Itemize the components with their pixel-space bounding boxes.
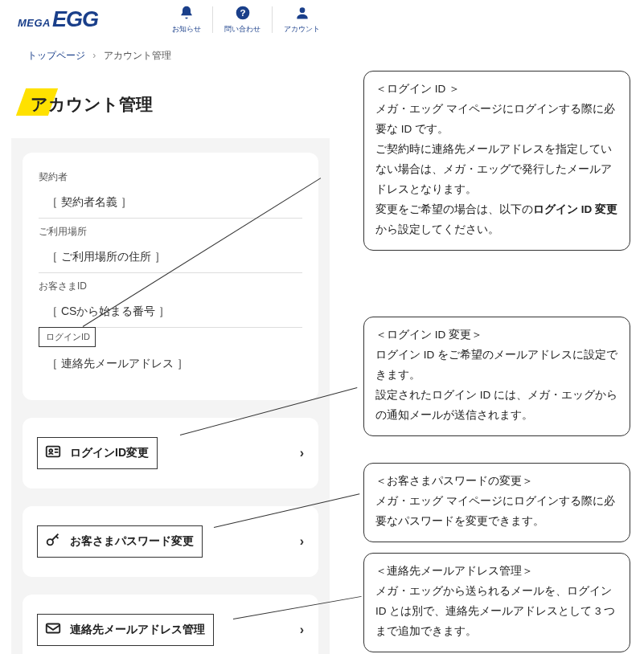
menu-password-change-box: お客さまパスワード変更 <box>37 525 203 558</box>
chevron-right-icon: › <box>300 623 304 637</box>
callout-login-id-line2: ご契約時に連絡先メールアドレスを指定していない場合は、メガ・エッグで発行したメー… <box>375 143 612 195</box>
menu-password-change-label: お客さまパスワード変更 <box>70 534 194 549</box>
menu-login-id-change-label: ログインID変更 <box>70 446 149 460</box>
key-icon <box>44 531 62 552</box>
customer-id-label: お客さまID <box>39 280 302 293</box>
svg-text:?: ? <box>240 7 245 18</box>
logo-mega-text: MEGA <box>18 17 51 29</box>
header: MEGA EGG お知らせ ? 問い合わせ アカウ <box>11 0 330 38</box>
callout-password-title: ＜お客さまパスワードの変更＞ <box>375 472 618 492</box>
mail-icon <box>44 619 62 640</box>
account-icon <box>294 5 310 22</box>
callout-password: ＜お客さまパスワードの変更＞ メガ・エッグ マイページにログインする際に必要なパ… <box>363 463 630 542</box>
customer-id-value: ［ CSから始まる番号 ］ <box>39 296 302 328</box>
logo-egg-text: EGG <box>52 7 98 32</box>
callout-login-id-line3b: ログイン ID 変更 <box>533 203 617 215</box>
callout-login-id-change: ＜ログイン ID 変更＞ ログイン ID をご希望のメールアドレスに設定できます… <box>363 317 630 436</box>
nav-contact-label: 問い合わせ <box>224 24 260 35</box>
page-title-text: アカウント管理 <box>31 95 153 113</box>
menu-mail-manage-box: 連絡先メールアドレス管理 <box>37 614 214 646</box>
menu-login-id-change-box: ログインID変更 <box>37 437 158 469</box>
callout-login-id: ＜ログイン ID ＞ メガ・エッグ マイページにログインする際に必要な ID で… <box>363 71 630 251</box>
logo[interactable]: MEGA EGG <box>18 7 98 32</box>
login-id-value: ［ 連絡先メールアドレス ］ <box>39 349 302 379</box>
header-nav: お知らせ ? 問い合わせ アカウント <box>172 5 320 35</box>
app-panel: MEGA EGG お知らせ ? 問い合わせ アカウ <box>11 0 330 654</box>
nav-notifications[interactable]: お知らせ <box>172 5 201 35</box>
menu-mail-manage-label: 連絡先メールアドレス管理 <box>70 623 205 637</box>
svg-point-2 <box>299 7 305 13</box>
nav-account[interactable]: アカウント <box>284 5 320 35</box>
menu-password-change[interactable]: お客さまパスワード変更 › <box>23 506 318 577</box>
callout-password-line1: メガ・エッグ マイページにログインする際に必要なパスワードを変更できます。 <box>375 495 615 527</box>
callout-login-id-change-title: ＜ログイン ID 変更＞ <box>375 325 618 345</box>
callout-login-id-change-line2: 設定されたログイン ID には、メガ・エッグからの通知メールが送信されます。 <box>375 389 617 421</box>
bell-icon <box>178 5 195 22</box>
callout-login-id-title: ＜ログイン ID ＞ <box>375 80 618 100</box>
nav-notifications-label: お知らせ <box>172 24 201 35</box>
menu-mail-manage[interactable]: 連絡先メールアドレス管理 › <box>23 595 318 654</box>
svg-point-4 <box>49 449 52 452</box>
nav-contact[interactable]: ? 問い合わせ <box>224 5 260 35</box>
nav-account-label: アカウント <box>284 24 320 35</box>
page-title: アカウント管理 <box>26 93 153 116</box>
id-card-icon <box>44 443 62 464</box>
callout-login-id-change-line1: ログイン ID をご希望のメールアドレスに設定できます。 <box>375 349 617 381</box>
breadcrumb-separator: › <box>92 50 96 61</box>
callout-login-id-line3c: から設定してください。 <box>375 223 499 235</box>
callout-mail-line1: メガ・エッグから送られるメールを、ログイン ID とは別で、連絡先メールアドレス… <box>375 585 615 637</box>
svg-rect-6 <box>47 624 60 633</box>
callout-mail-title: ＜連絡先メールアドレス管理＞ <box>375 562 618 582</box>
question-icon: ? <box>235 5 251 22</box>
chevron-right-icon: › <box>300 534 304 549</box>
page-title-wrap: アカウント管理 <box>11 74 330 138</box>
login-id-label: ログインID <box>39 327 96 347</box>
callout-mail: ＜連絡先メールアドレス管理＞ メガ・エッグから送られるメールを、ログイン ID … <box>363 553 630 652</box>
breadcrumb: トップページ › アカウント管理 <box>11 38 330 74</box>
breadcrumb-current: アカウント管理 <box>104 50 171 61</box>
callout-login-id-line1: メガ・エッグ マイページにログインする際に必要な ID です。 <box>375 103 615 135</box>
menu-login-id-change[interactable]: ログインID変更 › <box>23 418 318 488</box>
breadcrumb-home[interactable]: トップページ <box>27 50 85 61</box>
chevron-right-icon: › <box>300 446 304 460</box>
info-card: 契約者 ［ 契約者名義 ］ ご利用場所 ［ ご利用場所の住所 ］ お客さまID … <box>23 153 318 400</box>
callout-login-id-line3a: 変更をご希望の場合は、以下の <box>375 203 533 215</box>
contractor-label: 契約者 <box>39 170 302 184</box>
location-value: ［ ご利用場所の住所 ］ <box>39 242 302 273</box>
location-label: ご利用場所 <box>39 225 302 239</box>
svg-point-5 <box>47 539 53 545</box>
